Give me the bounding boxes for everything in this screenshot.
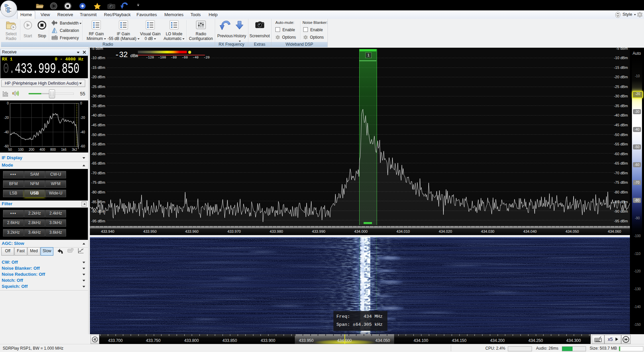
svg-text:100: 100	[18, 148, 24, 151]
svg-text:-40: -40	[80, 130, 85, 134]
svg-text:-20: -20	[80, 116, 85, 120]
svg-text:0: 0	[7, 101, 9, 105]
svg-text:200: 200	[29, 148, 35, 151]
svg-text:50: 50	[8, 148, 12, 151]
svg-text:3k2: 3k2	[72, 148, 77, 151]
svg-text:800: 800	[50, 148, 56, 151]
svg-text:0: 0	[80, 101, 82, 105]
svg-text:1k6: 1k6	[61, 148, 67, 151]
svg-text:400: 400	[40, 148, 45, 151]
svg-text:-20: -20	[4, 116, 9, 120]
svg-text:-40: -40	[4, 130, 9, 134]
svg-text:-60: -60	[80, 144, 85, 148]
